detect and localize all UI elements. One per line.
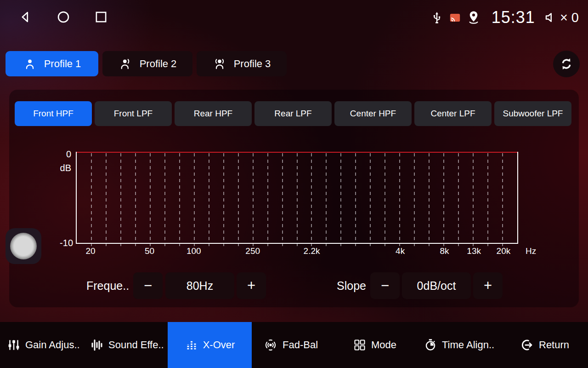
gridline [487,153,488,246]
gridline [414,153,415,246]
gridline [91,153,92,246]
nav-gain-adjust[interactable]: Gain Adjus.. [7,322,80,368]
nav-time-alignment[interactable]: Time Align.. [424,322,494,368]
nav-fad-bal[interactable]: Fad-Bal [263,322,318,368]
sliders-icon [7,338,21,352]
gridline [282,153,283,246]
slope-value: 0dB/oct [402,272,471,299]
equalizer-icon [185,338,198,352]
gridline [340,153,341,246]
home-icon[interactable] [56,10,71,24]
gridline [135,153,136,246]
return-arrow-icon [520,338,534,352]
x-tick-label: 250 [245,246,260,256]
tab-center-lpf[interactable]: Center LPF [414,101,492,126]
tab-subwoofer-lpf[interactable]: Subwoofer LPF [494,101,571,126]
x-tick-label: 50 [145,246,154,256]
tab-label: Center HPF [350,109,396,119]
gridline [209,153,209,246]
usb-icon [430,11,444,24]
profile-label: Profile 1 [44,58,81,70]
gridline [384,153,385,246]
stopwatch-icon [424,338,437,352]
profile-tabs: Profile 1 Profile 2 Profile 3 [6,51,287,76]
floating-knob-button[interactable] [6,228,41,264]
volume-muted-icon [544,11,558,24]
gridline [267,153,268,246]
nav-x-over[interactable]: X-Over [168,322,252,368]
x-tick-label: 20k [497,246,511,256]
frequency-minus-button[interactable]: − [133,272,163,299]
grid-icon [353,338,367,352]
frequency-plus-button[interactable]: + [237,272,266,299]
cast-icon [449,12,461,24]
gridline [443,153,444,246]
nav-return[interactable]: Return [520,322,569,368]
profile-waves-icon [213,57,226,71]
profile-2-button[interactable]: Profile 2 [102,51,192,76]
gridline [370,153,371,246]
profile-label: Profile 2 [140,58,177,70]
x-tick-label: 13k [467,246,481,256]
nav-label: Fad-Bal [283,339,318,351]
profile-icon [23,57,37,71]
volume-indicator: × 0 [544,10,579,25]
nav-label: Mode [371,339,396,351]
nav-label: Return [539,339,569,351]
recents-icon[interactable] [94,10,108,24]
knob-circle-icon [10,233,37,259]
profile-1-button[interactable]: Profile 1 [6,51,98,76]
tab-rear-lpf[interactable]: Rear LPF [254,101,332,126]
frequency-value: 80Hz [165,272,234,299]
tab-center-hpf[interactable]: Center HPF [334,101,412,126]
gridline [502,153,503,246]
gridline [164,153,165,246]
gridline [194,153,195,246]
gridline [399,153,400,246]
status-bar: 15:31 × 0 [0,0,588,34]
xover-panel: Front HPF Front LPF Rear HPF Rear LPF Ce… [9,90,579,307]
nav-label: X-Over [203,339,235,351]
gridline [223,153,224,246]
waveform-icon [90,338,104,352]
x-tick-label: 8k [440,246,449,256]
x-tick-label: 4k [396,246,405,256]
response-curve [77,152,517,153]
back-icon[interactable] [18,10,33,24]
gridline [297,153,298,246]
gridline [326,153,327,246]
gridline [150,153,151,246]
profile-label: Profile 3 [234,58,271,70]
nav-sound-effects[interactable]: Sound Effe.. [90,322,164,368]
sync-button[interactable] [553,51,580,77]
tab-label: Center LPF [430,109,475,119]
sync-icon [559,56,574,72]
tab-front-lpf[interactable]: Front LPF [95,101,172,126]
gridline [238,153,239,246]
android-nav-buttons [18,10,108,24]
frequency-label: Freque.. [86,272,129,299]
tab-label: Front HPF [33,109,74,119]
profile-wave-right-icon [119,57,132,71]
x-axis-ticks: Hz 20501002502.2k4k8k13k20k [76,246,518,258]
gridline [179,153,180,246]
y-axis-tick-0: 0 [66,149,71,160]
gridline [106,153,107,246]
tab-label: Rear LPF [274,109,311,119]
nav-label: Time Align.. [442,339,494,351]
gridline [311,153,312,246]
plot-area: 0 dB -10 [76,152,518,244]
tab-rear-hpf[interactable]: Rear HPF [175,101,252,126]
clock: 15:31 [492,8,535,27]
gridline [458,153,459,246]
tab-front-hpf[interactable]: Front HPF [15,101,92,126]
slope-plus-button[interactable]: + [473,272,503,299]
bottom-nav: Gain Adjus.. Sound Effe.. X-Over [0,322,588,368]
tab-label: Rear HPF [194,109,232,119]
nav-label: Gain Adjus.. [25,339,80,351]
slope-minus-button[interactable]: − [370,272,400,299]
volume-level: × 0 [560,10,579,25]
profile-3-button[interactable]: Profile 3 [197,51,287,76]
nav-mode[interactable]: Mode [353,322,396,368]
x-axis-unit: Hz [526,246,536,256]
